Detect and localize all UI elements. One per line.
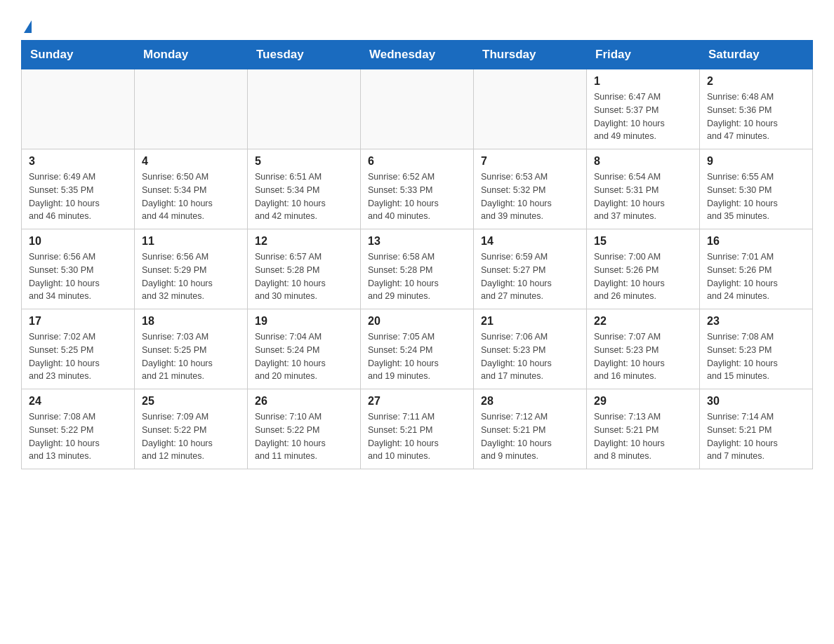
calendar-cell: 13Sunrise: 6:58 AM Sunset: 5:28 PM Dayli… xyxy=(361,229,474,309)
day-info: Sunrise: 7:10 AM Sunset: 5:22 PM Dayligh… xyxy=(255,410,353,463)
calendar-cell: 27Sunrise: 7:11 AM Sunset: 5:21 PM Dayli… xyxy=(361,389,474,469)
day-info: Sunrise: 7:14 AM Sunset: 5:21 PM Dayligh… xyxy=(707,410,805,463)
calendar-cell: 9Sunrise: 6:55 AM Sunset: 5:30 PM Daylig… xyxy=(700,149,813,229)
day-number: 6 xyxy=(368,155,466,168)
header-sunday: Sunday xyxy=(22,41,135,69)
day-number: 18 xyxy=(142,315,240,328)
day-number: 3 xyxy=(29,155,127,168)
day-number: 9 xyxy=(707,155,805,168)
day-info: Sunrise: 6:59 AM Sunset: 5:27 PM Dayligh… xyxy=(481,250,579,303)
day-info: Sunrise: 6:58 AM Sunset: 5:28 PM Dayligh… xyxy=(368,250,466,303)
day-info: Sunrise: 7:05 AM Sunset: 5:24 PM Dayligh… xyxy=(368,330,466,383)
day-number: 5 xyxy=(255,155,353,168)
calendar-cell: 28Sunrise: 7:12 AM Sunset: 5:21 PM Dayli… xyxy=(474,389,587,469)
day-number: 15 xyxy=(594,235,692,248)
day-number: 26 xyxy=(255,395,353,408)
day-number: 30 xyxy=(707,395,805,408)
calendar-cell: 17Sunrise: 7:02 AM Sunset: 5:25 PM Dayli… xyxy=(22,309,135,389)
calendar-cell: 29Sunrise: 7:13 AM Sunset: 5:21 PM Dayli… xyxy=(587,389,700,469)
calendar-cell: 22Sunrise: 7:07 AM Sunset: 5:23 PM Dayli… xyxy=(587,309,700,389)
day-info: Sunrise: 6:52 AM Sunset: 5:33 PM Dayligh… xyxy=(368,170,466,223)
day-number: 16 xyxy=(707,235,805,248)
calendar-cell: 26Sunrise: 7:10 AM Sunset: 5:22 PM Dayli… xyxy=(248,389,361,469)
day-number: 28 xyxy=(481,395,579,408)
calendar-week-row: 3Sunrise: 6:49 AM Sunset: 5:35 PM Daylig… xyxy=(22,149,813,229)
calendar-cell: 25Sunrise: 7:09 AM Sunset: 5:22 PM Dayli… xyxy=(135,389,248,469)
calendar-cell xyxy=(361,69,474,149)
day-info: Sunrise: 7:00 AM Sunset: 5:26 PM Dayligh… xyxy=(594,250,692,303)
day-number: 19 xyxy=(255,315,353,328)
calendar-table: SundayMondayTuesdayWednesdayThursdayFrid… xyxy=(21,40,813,469)
day-info: Sunrise: 7:03 AM Sunset: 5:25 PM Dayligh… xyxy=(142,330,240,383)
header xyxy=(21,14,813,33)
day-number: 2 xyxy=(707,75,805,88)
day-info: Sunrise: 6:50 AM Sunset: 5:34 PM Dayligh… xyxy=(142,170,240,223)
day-info: Sunrise: 7:07 AM Sunset: 5:23 PM Dayligh… xyxy=(594,330,692,383)
calendar-cell xyxy=(248,69,361,149)
calendar-cell: 4Sunrise: 6:50 AM Sunset: 5:34 PM Daylig… xyxy=(135,149,248,229)
calendar-cell xyxy=(135,69,248,149)
calendar-cell: 16Sunrise: 7:01 AM Sunset: 5:26 PM Dayli… xyxy=(700,229,813,309)
day-number: 17 xyxy=(29,315,127,328)
day-number: 27 xyxy=(368,395,466,408)
day-info: Sunrise: 6:47 AM Sunset: 5:37 PM Dayligh… xyxy=(594,90,692,143)
calendar-cell: 30Sunrise: 7:14 AM Sunset: 5:21 PM Dayli… xyxy=(700,389,813,469)
day-info: Sunrise: 6:51 AM Sunset: 5:34 PM Dayligh… xyxy=(255,170,353,223)
day-number: 14 xyxy=(481,235,579,248)
calendar-cell: 23Sunrise: 7:08 AM Sunset: 5:23 PM Dayli… xyxy=(700,309,813,389)
calendar-cell: 8Sunrise: 6:54 AM Sunset: 5:31 PM Daylig… xyxy=(587,149,700,229)
day-info: Sunrise: 7:12 AM Sunset: 5:21 PM Dayligh… xyxy=(481,410,579,463)
calendar-week-row: 24Sunrise: 7:08 AM Sunset: 5:22 PM Dayli… xyxy=(22,389,813,469)
header-thursday: Thursday xyxy=(474,41,587,69)
day-info: Sunrise: 6:48 AM Sunset: 5:36 PM Dayligh… xyxy=(707,90,805,143)
day-number: 21 xyxy=(481,315,579,328)
calendar-cell: 14Sunrise: 6:59 AM Sunset: 5:27 PM Dayli… xyxy=(474,229,587,309)
day-number: 8 xyxy=(594,155,692,168)
day-number: 4 xyxy=(142,155,240,168)
calendar-week-row: 1Sunrise: 6:47 AM Sunset: 5:37 PM Daylig… xyxy=(22,69,813,149)
calendar-cell: 5Sunrise: 6:51 AM Sunset: 5:34 PM Daylig… xyxy=(248,149,361,229)
calendar-cell: 21Sunrise: 7:06 AM Sunset: 5:23 PM Dayli… xyxy=(474,309,587,389)
day-number: 11 xyxy=(142,235,240,248)
day-info: Sunrise: 7:08 AM Sunset: 5:23 PM Dayligh… xyxy=(707,330,805,383)
day-number: 12 xyxy=(255,235,353,248)
calendar-cell: 1Sunrise: 6:47 AM Sunset: 5:37 PM Daylig… xyxy=(587,69,700,149)
day-info: Sunrise: 7:09 AM Sunset: 5:22 PM Dayligh… xyxy=(142,410,240,463)
header-tuesday: Tuesday xyxy=(248,41,361,69)
day-info: Sunrise: 6:56 AM Sunset: 5:30 PM Dayligh… xyxy=(29,250,127,303)
day-number: 25 xyxy=(142,395,240,408)
calendar-cell xyxy=(22,69,135,149)
day-info: Sunrise: 7:11 AM Sunset: 5:21 PM Dayligh… xyxy=(368,410,466,463)
day-info: Sunrise: 6:54 AM Sunset: 5:31 PM Dayligh… xyxy=(594,170,692,223)
day-number: 29 xyxy=(594,395,692,408)
day-number: 20 xyxy=(368,315,466,328)
day-number: 7 xyxy=(481,155,579,168)
day-number: 23 xyxy=(707,315,805,328)
day-info: Sunrise: 6:57 AM Sunset: 5:28 PM Dayligh… xyxy=(255,250,353,303)
calendar-cell: 7Sunrise: 6:53 AM Sunset: 5:32 PM Daylig… xyxy=(474,149,587,229)
day-info: Sunrise: 7:02 AM Sunset: 5:25 PM Dayligh… xyxy=(29,330,127,383)
calendar-cell xyxy=(474,69,587,149)
day-number: 10 xyxy=(29,235,127,248)
day-info: Sunrise: 7:01 AM Sunset: 5:26 PM Dayligh… xyxy=(707,250,805,303)
calendar-cell: 3Sunrise: 6:49 AM Sunset: 5:35 PM Daylig… xyxy=(22,149,135,229)
calendar-cell: 11Sunrise: 6:56 AM Sunset: 5:29 PM Dayli… xyxy=(135,229,248,309)
day-number: 22 xyxy=(594,315,692,328)
calendar-cell: 20Sunrise: 7:05 AM Sunset: 5:24 PM Dayli… xyxy=(361,309,474,389)
day-info: Sunrise: 6:53 AM Sunset: 5:32 PM Dayligh… xyxy=(481,170,579,223)
calendar-cell: 12Sunrise: 6:57 AM Sunset: 5:28 PM Dayli… xyxy=(248,229,361,309)
header-monday: Monday xyxy=(135,41,248,69)
day-info: Sunrise: 6:49 AM Sunset: 5:35 PM Dayligh… xyxy=(29,170,127,223)
day-info: Sunrise: 7:08 AM Sunset: 5:22 PM Dayligh… xyxy=(29,410,127,463)
day-info: Sunrise: 7:04 AM Sunset: 5:24 PM Dayligh… xyxy=(255,330,353,383)
calendar-week-row: 17Sunrise: 7:02 AM Sunset: 5:25 PM Dayli… xyxy=(22,309,813,389)
calendar-week-row: 10Sunrise: 6:56 AM Sunset: 5:30 PM Dayli… xyxy=(22,229,813,309)
day-info: Sunrise: 6:56 AM Sunset: 5:29 PM Dayligh… xyxy=(142,250,240,303)
logo xyxy=(21,14,32,33)
calendar-cell: 10Sunrise: 6:56 AM Sunset: 5:30 PM Dayli… xyxy=(22,229,135,309)
calendar-cell: 24Sunrise: 7:08 AM Sunset: 5:22 PM Dayli… xyxy=(22,389,135,469)
header-wednesday: Wednesday xyxy=(361,41,474,69)
calendar-cell: 19Sunrise: 7:04 AM Sunset: 5:24 PM Dayli… xyxy=(248,309,361,389)
day-number: 1 xyxy=(594,75,692,88)
calendar-cell: 6Sunrise: 6:52 AM Sunset: 5:33 PM Daylig… xyxy=(361,149,474,229)
